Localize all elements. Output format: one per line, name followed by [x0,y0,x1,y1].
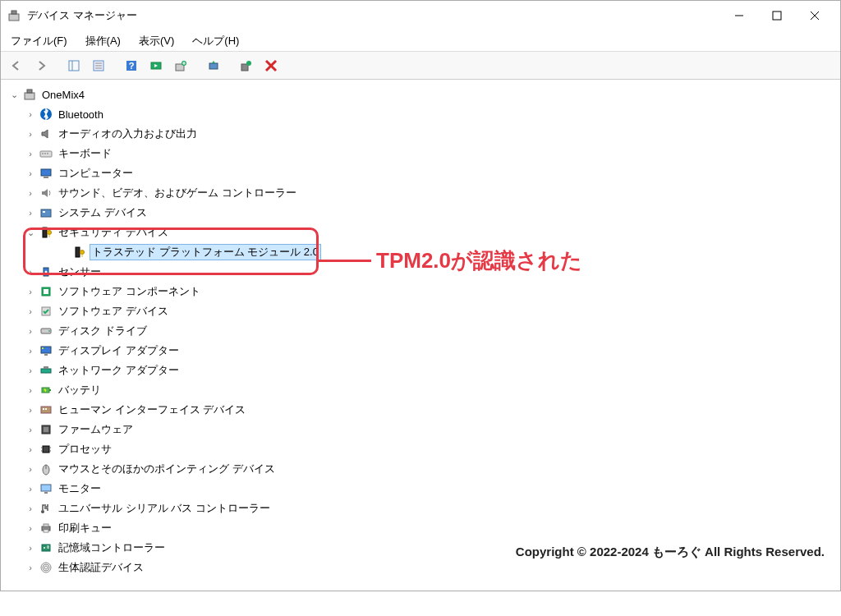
tree-label: バッテリ [57,382,103,398]
svg-rect-68 [44,492,48,494]
security-icon [71,245,86,260]
menu-file[interactable]: ファイル(F) [7,32,71,50]
window-controls [720,2,834,29]
svg-point-29 [44,153,46,154]
tree-label: セキュリティ デバイス [57,224,170,241]
tree-item[interactable]: ›バッテリ [4,380,837,400]
uninstall-button[interactable] [236,55,257,76]
svg-point-42 [45,271,48,274]
svg-rect-44 [44,289,48,294]
expand-icon[interactable]: › [24,267,37,277]
computer-icon [22,87,37,102]
expand-icon[interactable]: › [24,385,37,395]
tree-label: コンピューター [57,165,135,182]
expand-icon[interactable]: › [24,208,37,218]
expand-icon[interactable]: › [24,503,37,513]
tree-item[interactable]: ›システム デバイス [4,203,837,223]
tree-item[interactable]: ›マウスとそのほかのポインティング デバイス [4,459,837,479]
svg-rect-34 [43,211,45,213]
tree-label: ソフトウェア デバイス [57,303,170,319]
expand-icon[interactable]: › [24,129,37,139]
menu-help[interactable]: ヘルプ(H) [189,32,242,50]
expand-icon[interactable]: › [24,484,37,494]
tree-item[interactable]: ›ディスプレイ アダプター [4,341,837,361]
menu-action[interactable]: 操作(A) [82,32,124,50]
scan-button[interactable] [145,55,167,76]
tree-item[interactable]: ›生体認証デバイス [4,558,837,577]
tree-item[interactable]: ⌄セキュリティ デバイス [4,223,837,242]
tree-item[interactable]: ›キーボード [4,144,837,163]
forward-button[interactable] [30,55,52,76]
expand-icon[interactable]: › [24,109,37,119]
tree-item[interactable]: ›ディスク ドライブ [4,321,837,341]
svg-rect-49 [44,354,48,356]
expand-icon[interactable]: › [24,523,37,533]
tree-label: 生体認証デバイス [57,559,145,576]
tree-label: キーボード [57,145,113,162]
svg-rect-31 [41,169,51,176]
maximize-button[interactable] [758,2,796,29]
expand-icon[interactable]: ⌄ [24,228,37,238]
expand-icon[interactable]: › [24,444,37,454]
tree-item[interactable]: ›Bluetooth [4,104,837,124]
tree-item[interactable]: ›ネットワーク アダプター [4,361,837,380]
expand-icon[interactable]: › [24,149,37,159]
device-tree[interactable]: ⌄OneMix4›Bluetooth›オーディオの入力および出力›キーボード›コ… [1,80,840,591]
svg-rect-25 [27,90,32,93]
svg-rect-52 [44,366,48,369]
svg-rect-59 [44,427,48,432]
close-button[interactable] [796,2,834,29]
swcomp-icon [39,284,53,299]
expand-icon[interactable]: › [24,365,37,375]
expand-icon[interactable]: › [24,188,37,198]
network-icon [39,363,53,378]
svg-rect-60 [43,446,49,453]
computer-icon [39,166,53,181]
update-driver-button[interactable] [203,55,224,76]
tree-root[interactable]: ⌄OneMix4 [4,85,837,104]
tree-label: ヒューマン インターフェイス デバイス [57,402,247,418]
disable-button[interactable] [260,55,282,76]
tree-item[interactable]: ›モニター [4,479,837,499]
show-hide-tree-button[interactable] [63,55,85,76]
expand-icon[interactable]: › [24,543,37,553]
expand-icon[interactable]: › [24,425,37,434]
svg-rect-54 [49,389,51,391]
help-button[interactable]: ? [121,55,142,76]
svg-text:?: ? [129,61,135,71]
tree-item[interactable]: ›コンピューター [4,163,837,183]
security-icon [39,225,53,240]
expand-icon[interactable]: › [24,287,37,297]
tree-item[interactable]: ›印刷キュー [4,518,837,538]
svg-rect-24 [25,93,34,99]
tree-label: 記憶域コントローラー [57,540,167,556]
tree-item[interactable]: ›ユニバーサル シリアル バス コントローラー [4,499,837,518]
expand-icon[interactable]: › [24,326,37,336]
svg-rect-32 [44,177,48,178]
expand-icon[interactable]: › [24,306,37,316]
properties-button[interactable] [88,55,109,76]
device-manager-window: デバイス マネージャー ファイル(F) 操作(A) 表示(V) ヘルプ(H) ?… [0,0,841,591]
battery-icon [39,383,53,398]
firmware-icon [39,422,53,437]
biometric-icon [39,560,53,575]
back-button[interactable] [6,55,27,76]
tree-item[interactable]: ›オーディオの入力および出力 [4,124,837,144]
collapse-icon[interactable]: ⌄ [7,90,21,100]
expand-icon[interactable]: › [24,464,37,474]
tree-item[interactable]: ›ソフトウェア デバイス [4,301,837,321]
tree-item[interactable]: ›ヒューマン インターフェイス デバイス [4,400,837,420]
minimize-button[interactable] [720,2,758,29]
svg-point-78 [43,564,49,571]
expand-icon[interactable]: › [24,563,37,572]
menu-view[interactable]: 表示(V) [136,32,177,50]
tree-item[interactable]: ›プロセッサ [4,439,837,459]
tree-item[interactable]: ›ファームウェア [4,420,837,439]
add-hardware-button[interactable] [170,55,191,76]
tree-label: OneMix4 [40,88,86,102]
expand-icon[interactable]: › [24,405,37,415]
tree-item[interactable]: ›サウンド、ビデオ、およびゲーム コントローラー [4,183,837,203]
expand-icon[interactable]: › [24,168,37,178]
expand-icon[interactable]: › [24,346,37,356]
tree-item[interactable]: ›ソフトウェア コンポーネント [4,282,837,301]
